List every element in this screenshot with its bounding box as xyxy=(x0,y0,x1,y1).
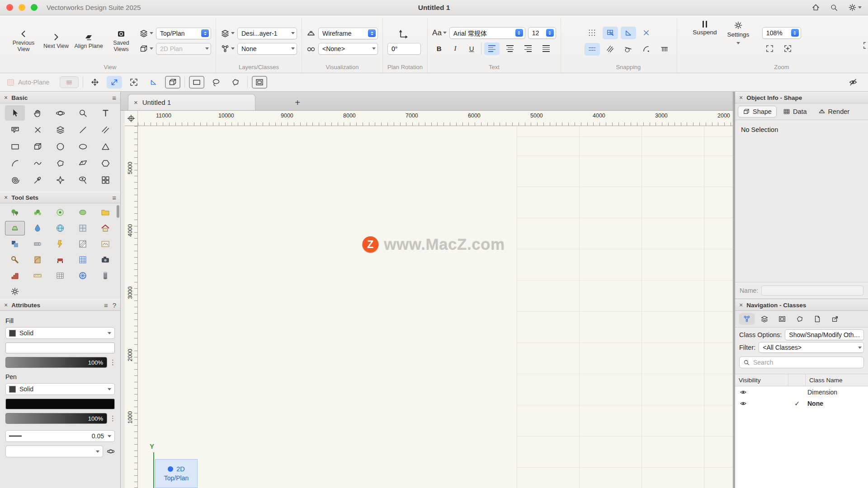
marquee-polygon-button[interactable] xyxy=(228,76,243,89)
zoom-window-button[interactable] xyxy=(31,4,38,11)
snap-to-intersection-button[interactable] xyxy=(603,43,618,56)
tab-render[interactable]: Render xyxy=(813,106,855,117)
tool-hexagon[interactable] xyxy=(95,155,115,171)
toolset-settings[interactable] xyxy=(5,284,25,299)
snap-to-points-button[interactable] xyxy=(639,27,654,39)
toolset-site-modeling[interactable] xyxy=(5,221,25,235)
tool-rectangle[interactable] xyxy=(5,139,25,154)
titlebar-settings-button[interactable] xyxy=(848,3,862,12)
toolset-detailing[interactable] xyxy=(5,253,25,267)
close-tab-icon[interactable]: × xyxy=(134,99,138,106)
home-icon[interactable] xyxy=(811,3,820,12)
render-style-select[interactable]: <None> xyxy=(318,43,378,55)
tool-zoom[interactable] xyxy=(73,105,93,121)
fit-to-objects-button[interactable] xyxy=(762,42,778,55)
tool-callout[interactable] xyxy=(5,122,25,137)
toolset-files[interactable] xyxy=(95,205,115,220)
tool-eyedropper[interactable] xyxy=(28,172,47,188)
palette-menu-icon[interactable]: ≡ xyxy=(112,194,116,202)
close-icon[interactable]: × xyxy=(4,94,8,101)
object-info-header[interactable]: × Object Info - Shape xyxy=(735,92,868,103)
plan-mode-select[interactable]: 2D Plan xyxy=(156,43,211,55)
class-name[interactable]: Dimension xyxy=(806,389,868,396)
new-tab-button[interactable]: + xyxy=(291,95,304,110)
hide-details-button[interactable] xyxy=(845,76,861,89)
close-icon[interactable]: × xyxy=(739,94,743,101)
tool-flyover[interactable] xyxy=(50,105,70,121)
angle-mode-button[interactable] xyxy=(146,76,161,89)
revert-attributes-icon[interactable] xyxy=(107,447,115,455)
tool-stack[interactable] xyxy=(50,122,70,137)
render-mode-select[interactable]: Wireframe xyxy=(318,28,378,39)
filter-select[interactable]: <All Classes> xyxy=(759,342,864,353)
previous-view-button[interactable]: Previous View xyxy=(9,29,38,53)
tool-arc[interactable] xyxy=(5,155,25,171)
marquee-rectangle-button[interactable] xyxy=(189,76,204,89)
class-row[interactable]: ✓None xyxy=(735,398,868,409)
snap-to-tangent-button[interactable] xyxy=(621,43,636,56)
pen-opacity-slider[interactable]: 100% xyxy=(5,413,107,424)
toolset-stairs[interactable] xyxy=(5,268,25,283)
settings-button[interactable]: Settings xyxy=(723,18,753,44)
toolset-building-shell[interactable] xyxy=(95,221,115,235)
visibility-eye-icon[interactable] xyxy=(740,389,747,396)
tool-triangle[interactable] xyxy=(95,139,115,154)
nav-share-button[interactable] xyxy=(827,313,843,325)
line-style-select[interactable] xyxy=(5,446,103,457)
class-name[interactable]: None xyxy=(806,400,868,407)
tool-surface[interactable] xyxy=(73,155,93,171)
fill-color-bar[interactable] xyxy=(5,343,115,353)
next-view-button[interactable]: Next View xyxy=(42,33,71,49)
palette-menu-icon[interactable]: ≡ xyxy=(104,301,108,309)
navigation-header[interactable]: × Navigation - Classes xyxy=(735,299,868,311)
palette-menu-icon[interactable]: ≡ xyxy=(112,94,116,102)
ruler-origin-corner[interactable] xyxy=(125,111,138,126)
plan-rotation-input[interactable] xyxy=(387,43,421,55)
render-mode-menu[interactable] xyxy=(307,29,316,38)
tool-star[interactable] xyxy=(50,172,70,188)
class-options-select[interactable]: Show/Snap/Modify Others xyxy=(785,329,864,340)
document-tab[interactable]: × Untitled 1 xyxy=(128,94,255,110)
pen-style-select[interactable]: Solid xyxy=(5,383,115,395)
marquee-lasso-button[interactable] xyxy=(208,76,224,89)
toolset-hatching[interactable] xyxy=(73,237,93,251)
tab-shape[interactable]: Shape xyxy=(738,106,777,117)
toolset-planting-area[interactable] xyxy=(50,205,70,220)
view-mode-select[interactable]: Top/Plan xyxy=(156,28,211,39)
fill-opacity-menu-icon[interactable]: ⋮ xyxy=(109,358,115,366)
layer-select[interactable]: Desi...ayer-1 xyxy=(237,28,297,39)
nav-layers-button[interactable] xyxy=(757,313,772,325)
visibility-eye-icon[interactable] xyxy=(740,400,747,407)
font-select[interactable]: Arial 常规体 xyxy=(449,27,525,39)
toolset-column[interactable] xyxy=(95,268,115,283)
text-style-button[interactable]: Aa xyxy=(432,28,447,38)
search-icon[interactable] xyxy=(830,4,838,12)
class-row[interactable]: Dimension xyxy=(735,386,868,398)
toolset-space-planning[interactable] xyxy=(5,237,25,251)
plane-mode-pill-button[interactable] xyxy=(60,76,79,88)
toolset-grid[interactable] xyxy=(73,253,93,267)
toolset-landscape-trees[interactable] xyxy=(5,205,25,220)
palette-scrollbar[interactable] xyxy=(117,205,119,218)
active-plane-menu[interactable] xyxy=(139,29,153,38)
line-weight-select[interactable]: 0.05 xyxy=(5,430,115,442)
tool-pan[interactable] xyxy=(28,105,47,121)
interactive-scaling-button[interactable] xyxy=(252,76,267,89)
toolset-landscape-area[interactable] xyxy=(73,205,93,220)
tool-box-3d[interactable] xyxy=(28,139,47,154)
push-pull-mode-button[interactable] xyxy=(165,76,180,89)
tool-polygon[interactable] xyxy=(50,155,70,171)
toolset-lighting[interactable] xyxy=(50,237,70,251)
align-right-button[interactable] xyxy=(520,42,536,55)
plan-settings-menu[interactable] xyxy=(139,44,153,53)
layers-menu[interactable] xyxy=(221,29,235,38)
tool-circle[interactable] xyxy=(50,139,70,154)
snap-to-angle-button[interactable] xyxy=(621,27,636,39)
font-size-select[interactable]: 12 xyxy=(528,27,556,39)
object-name-input[interactable] xyxy=(761,286,863,296)
snap-grid-button[interactable] xyxy=(585,27,600,39)
tool-spiral[interactable] xyxy=(5,172,25,188)
align-justify-button[interactable] xyxy=(538,42,554,55)
render-style-menu[interactable] xyxy=(307,44,316,53)
fill-style-select[interactable]: Solid xyxy=(5,327,115,339)
